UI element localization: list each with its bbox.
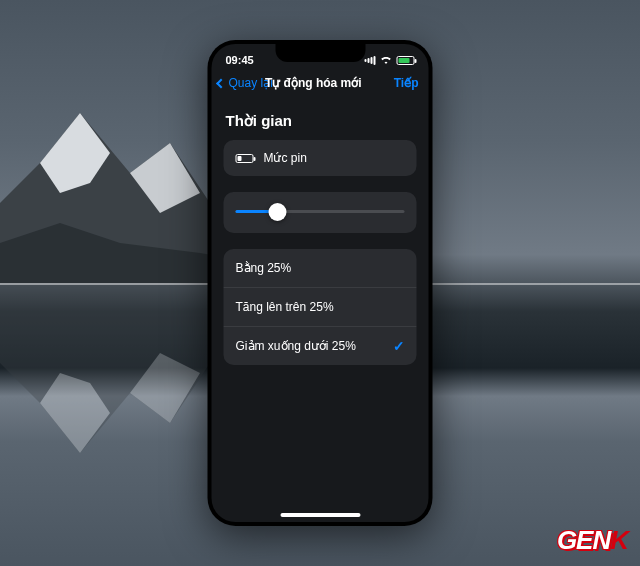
- notch: [275, 44, 365, 62]
- section-title: Thời gian: [226, 112, 415, 130]
- navigation-bar: Quay lại Tự động hóa mới Tiếp: [212, 70, 429, 100]
- option-falls-below[interactable]: Giảm xuống dưới 25% ✓: [224, 326, 417, 365]
- wifi-icon: [380, 55, 393, 65]
- battery-level-row[interactable]: Mức pin: [224, 140, 417, 176]
- nav-title: Tự động hóa mới: [233, 76, 394, 90]
- svg-marker-1: [40, 113, 110, 193]
- slider-card: [224, 192, 417, 233]
- chevron-left-icon: [216, 78, 226, 88]
- svg-marker-5: [40, 373, 110, 453]
- option-label: Bằng 25%: [236, 261, 292, 275]
- slider-thumb[interactable]: [269, 203, 287, 221]
- phone-frame: 09:45 Quay lại Tự động hóa mới Tiếp: [208, 40, 433, 526]
- phone-screen: 09:45 Quay lại Tự động hóa mới Tiếp: [212, 44, 429, 522]
- watermark-logo: GENK: [557, 525, 628, 556]
- option-label: Tăng lên trên 25%: [236, 300, 334, 314]
- option-label: Giảm xuống dưới 25%: [236, 339, 356, 353]
- svg-marker-2: [130, 143, 200, 213]
- battery-slider[interactable]: [224, 192, 417, 233]
- battery-level-card: Mức pin: [224, 140, 417, 176]
- home-indicator[interactable]: [280, 513, 360, 517]
- options-card: Bằng 25% ✓ Tăng lên trên 25% ✓ Giảm xuốn…: [224, 249, 417, 365]
- option-equals[interactable]: Bằng 25% ✓: [224, 249, 417, 287]
- signal-icon: [364, 56, 376, 65]
- option-rises-above[interactable]: Tăng lên trên 25% ✓: [224, 287, 417, 326]
- next-button[interactable]: Tiếp: [394, 76, 419, 90]
- checkmark-icon: ✓: [393, 338, 405, 354]
- battery-level-label: Mức pin: [264, 151, 307, 165]
- svg-marker-6: [130, 353, 200, 423]
- battery-icon: [236, 154, 254, 163]
- battery-status-icon: [397, 56, 415, 65]
- status-time: 09:45: [226, 54, 254, 66]
